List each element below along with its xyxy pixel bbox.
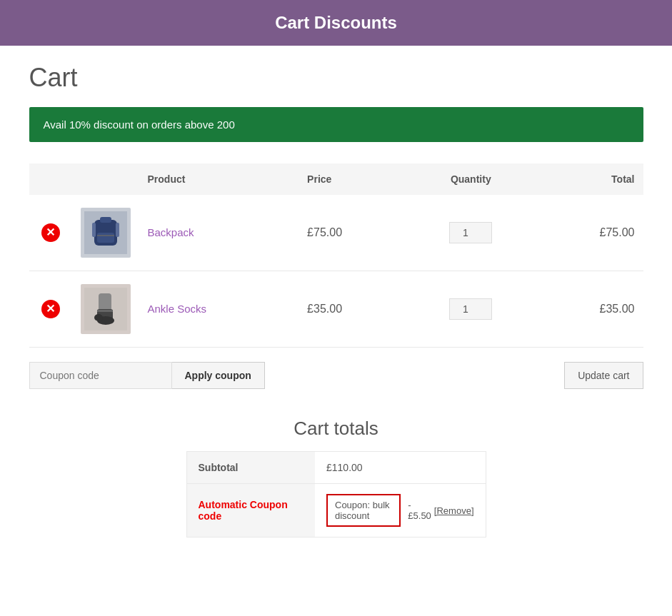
col-header-product: Product: [139, 163, 299, 195]
page-content: Cart Avail 10% discount on orders above …: [15, 46, 658, 555]
page-header: Cart Discounts: [0, 0, 672, 46]
remove-cell: ✕: [29, 271, 72, 348]
image-cell: [72, 271, 139, 348]
socks-link[interactable]: Ankle Socks: [148, 303, 207, 315]
coupon-value-cell: Coupon: bulk discount -£5.50 [Remove]: [315, 484, 486, 537]
coupon-row-totals: Automatic Coupon code Coupon: bulk disco…: [186, 484, 486, 537]
socks-image: [81, 284, 131, 334]
remove-socks-button[interactable]: ✕: [41, 300, 60, 318]
coupon-label-text: Automatic Coupon code: [199, 499, 288, 522]
remove-cell: ✕: [29, 195, 72, 271]
coupon-update-row: Apply coupon Update cart: [29, 362, 643, 389]
svg-point-11: [94, 314, 103, 321]
table-row: ✕: [29, 271, 643, 348]
page-title: Cart Discounts: [14, 13, 658, 33]
cart-heading: Cart: [29, 63, 643, 93]
remove-coupon-link[interactable]: [Remove]: [434, 505, 474, 516]
cart-table: Product Price Quantity Total ✕: [29, 163, 643, 348]
coupon-label-cell: Automatic Coupon code: [186, 484, 315, 537]
backpack-svg: [84, 211, 127, 254]
product-name-cell: Backpack: [139, 195, 299, 271]
col-header-image: [72, 163, 139, 195]
backpack-total: £75.00: [533, 195, 643, 271]
socks-svg: [84, 288, 127, 330]
remove-icon: ✕: [41, 300, 60, 318]
subtotal-row: Subtotal £110.00: [186, 452, 486, 484]
product-name-cell: Ankle Socks: [139, 271, 299, 348]
socks-qty-input[interactable]: [449, 298, 492, 320]
cart-totals-title: Cart totals: [294, 418, 378, 440]
coupon-code-value-row: Coupon: bulk discount -£5.50 [Remove]: [326, 494, 474, 527]
svg-rect-5: [92, 223, 96, 237]
socks-qty-cell: [408, 271, 533, 348]
col-header-total: Total: [533, 163, 643, 195]
cart-totals-table: Subtotal £110.00 Automatic Coupon code C…: [186, 451, 486, 537]
subtotal-label: Subtotal: [186, 452, 315, 484]
image-cell: [72, 195, 139, 271]
coupon-code-box: Coupon: bulk discount: [326, 494, 401, 527]
svg-rect-12: [97, 310, 113, 312]
backpack-qty-input[interactable]: [449, 222, 492, 243]
table-row: ✕: [29, 195, 643, 271]
backpack-qty-cell: [408, 195, 533, 271]
table-header-row: Product Price Quantity Total: [29, 163, 643, 195]
discount-banner: Avail 10% discount on orders above 200: [29, 107, 643, 142]
backpack-link[interactable]: Backpack: [148, 226, 194, 238]
coupon-left: Apply coupon: [29, 362, 265, 389]
socks-price: £35.00: [299, 271, 408, 348]
discount-banner-text: Avail 10% discount on orders above 200: [44, 118, 235, 131]
remove-icon: ✕: [41, 223, 60, 242]
coupon-code-input[interactable]: [29, 362, 172, 389]
svg-rect-3: [97, 233, 114, 243]
socks-total: £35.00: [533, 271, 643, 348]
col-header-remove: [29, 163, 72, 195]
cart-totals-section: Cart totals Subtotal £110.00 Automatic C…: [29, 418, 643, 537]
backpack-price: £75.00: [299, 195, 408, 271]
apply-coupon-button[interactable]: Apply coupon: [172, 362, 265, 389]
remove-backpack-button[interactable]: ✕: [41, 223, 60, 242]
subtotal-value: £110.00: [315, 452, 486, 484]
svg-rect-6: [116, 223, 119, 237]
col-header-price: Price: [299, 163, 408, 195]
update-cart-button[interactable]: Update cart: [564, 362, 643, 389]
col-header-quantity: Quantity: [408, 163, 533, 195]
svg-rect-2: [100, 217, 111, 223]
coupon-discount-value: -£5.50: [408, 500, 431, 521]
backpack-image: [81, 208, 131, 258]
